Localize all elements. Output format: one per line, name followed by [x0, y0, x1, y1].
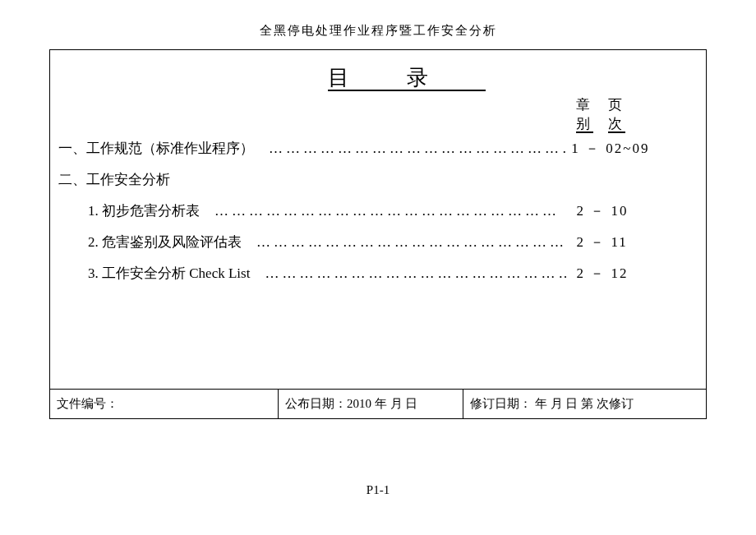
toc-entry: 二、工作安全分析 [58, 170, 698, 190]
toc-entry: 2. 危害鉴别及风险评估表 …………………………………………………… 2 － 1… [58, 233, 698, 252]
entry-dots: …………………………………………………… [200, 203, 566, 219]
document-header-title: 全黑停电处理作业程序暨工作安全分析 [0, 0, 756, 39]
footer-publish-date: 公布日期：2010 年 月 日 [279, 390, 463, 418]
entry-dots: …………………………………………………… [242, 234, 566, 251]
entry-label: 二、工作安全分析 [58, 170, 170, 189]
toc-entry: 1. 初步危害分析表 …………………………………………………… 2 － 10 [58, 201, 698, 221]
footer-doc-no: 文件编号： [50, 390, 279, 418]
entry-dots: …………………………………………………… [254, 141, 566, 157]
header-chapter-top: 章 [576, 95, 593, 114]
toc-entry: 一、工作规范（标准作业程序） …………………………………………………… 1 － … [58, 139, 698, 159]
toc-entry: 3. 工作安全分析 Check List …………………………………………………… [58, 264, 698, 284]
header-chapter-bot: 别 [576, 114, 593, 133]
entry-ref: 2 － 10 [566, 201, 698, 220]
column-headers: 章 页 别 次 [576, 95, 625, 133]
footer-revise-date: 修订日期： 年 月 日 第 次修订 [463, 390, 706, 418]
content-frame: 目录 章 页 别 次 一、工作规范（标准作业程序） ……………………………………… [49, 49, 707, 419]
entry-ref: 1 － 02~09 [566, 139, 698, 158]
entry-label: 3. 工作安全分析 Check List [58, 264, 250, 283]
toc-title: 目录 [50, 50, 706, 92]
entry-dots: …………………………………………………… [250, 265, 566, 282]
entry-ref: 2 － 11 [566, 233, 698, 251]
page-number: P1-1 [0, 483, 756, 497]
entry-ref: 2 － 12 [566, 264, 698, 283]
entry-label: 一、工作规范（标准作业程序） [58, 139, 254, 158]
header-page-bot: 次 [608, 114, 625, 133]
toc-content: 一、工作规范（标准作业程序） …………………………………………………… 1 － … [58, 139, 698, 295]
entry-label: 2. 危害鉴别及风险评估表 [58, 233, 242, 251]
header-page-top: 页 [608, 95, 625, 114]
footer-row: 文件编号： 公布日期：2010 年 月 日 修订日期： 年 月 日 第 次修订 [50, 389, 706, 418]
entry-label: 1. 初步危害分析表 [58, 201, 200, 220]
